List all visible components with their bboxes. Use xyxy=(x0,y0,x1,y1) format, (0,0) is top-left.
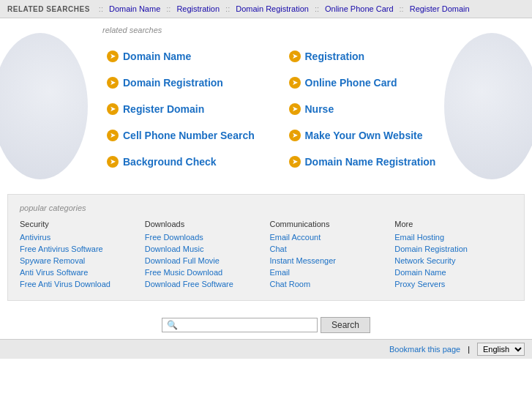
category-link[interactable]: Download Full Movie xyxy=(145,256,263,265)
list-item: ➤ Background Check xyxy=(102,149,285,175)
bookmark-link[interactable]: Bookmark this page xyxy=(389,345,460,354)
search-link-cell-phone[interactable]: Cell Phone Number Search xyxy=(123,130,255,141)
nav-sep-4: :: xyxy=(315,4,319,13)
search-link-nurse[interactable]: Nurse xyxy=(305,103,334,115)
nav-sep-1: :: xyxy=(99,4,103,13)
search-link-background-check[interactable]: Background Check xyxy=(123,156,217,168)
arrow-icon: ➤ xyxy=(107,51,119,62)
nav-sep-2: :: xyxy=(166,4,171,13)
bottom-bar: Bookmark this page | English xyxy=(0,339,532,359)
list-item: ➤ Online Phone Card xyxy=(285,70,467,96)
category-link[interactable]: Download Music xyxy=(145,245,263,253)
category-link[interactable]: Email Hosting xyxy=(394,233,512,242)
category-col-downloads: Downloads Free Downloads Download Music … xyxy=(145,220,263,291)
category-link[interactable]: Chat Room xyxy=(270,280,388,288)
related-searches-label: RELATED SEARCHES xyxy=(7,5,90,13)
category-link[interactable]: Antivirus xyxy=(20,233,138,242)
category-link[interactable]: Domain Registration xyxy=(394,245,512,253)
category-col-more: More Email Hosting Domain Registration N… xyxy=(394,220,512,291)
nav-sep-3: :: xyxy=(225,4,230,13)
category-col-security: Security Antivirus Free Antivirus Softwa… xyxy=(20,220,138,291)
search-link-domain-name[interactable]: Domain Name xyxy=(123,51,191,62)
category-header-security: Security xyxy=(20,220,138,228)
category-header-communications: Communications xyxy=(270,220,388,228)
nav-link-online-phone-card[interactable]: Online Phone Card xyxy=(325,4,394,13)
search-links-grid: ➤ Domain Name ➤ Registration ➤ Domain Re… xyxy=(22,43,510,175)
search-link-online-phone-card[interactable]: Online Phone Card xyxy=(305,77,397,89)
related-searches-section-label: related searches xyxy=(22,26,510,34)
list-item: ➤ Nurse xyxy=(285,96,467,122)
category-link[interactable]: Download Free Software xyxy=(145,280,263,288)
category-link[interactable]: Email xyxy=(270,268,388,277)
categories-grid: Security Antivirus Free Antivirus Softwa… xyxy=(20,220,512,291)
bottom-sep: | xyxy=(468,345,470,354)
list-item: ➤ Register Domain xyxy=(102,96,285,122)
list-item: ➤ Domain Registration xyxy=(102,70,285,96)
search-link-registration[interactable]: Registration xyxy=(305,51,365,62)
search-input[interactable] xyxy=(181,320,312,330)
category-col-communications: Communications Email Account Chat Instan… xyxy=(270,220,388,291)
search-input-wrap: 🔍 xyxy=(162,318,318,332)
category-link[interactable]: Free Music Download xyxy=(145,268,263,277)
list-item: ➤ Domain Name xyxy=(102,43,285,70)
arrow-icon: ➤ xyxy=(289,77,301,89)
list-item: ➤ Make Your Own Website xyxy=(285,122,467,149)
arrow-icon: ➤ xyxy=(289,156,301,168)
arrow-icon: ➤ xyxy=(107,77,119,89)
arrow-icon: ➤ xyxy=(107,156,119,168)
popular-categories-label: popular categories xyxy=(20,204,512,212)
top-nav: RELATED SEARCHES :: Domain Name :: Regis… xyxy=(0,0,532,18)
arrow-icon: ➤ xyxy=(289,130,301,141)
search-button[interactable]: Search xyxy=(321,317,370,333)
search-link-register-domain[interactable]: Register Domain xyxy=(123,103,204,115)
search-link-domain-registration[interactable]: Domain Registration xyxy=(123,77,223,89)
category-link[interactable]: Spyware Removal xyxy=(20,256,138,265)
category-link[interactable]: Instant Messenger xyxy=(270,256,388,265)
language-select[interactable]: English xyxy=(477,343,525,356)
category-link[interactable]: Free Antivirus Software xyxy=(20,245,138,253)
category-link[interactable]: Domain Name xyxy=(394,268,512,277)
search-link-make-website[interactable]: Make Your Own Website xyxy=(305,130,423,141)
search-link-domain-name-registration[interactable]: Domain Name Registration xyxy=(305,156,436,168)
nav-link-registration[interactable]: Registration xyxy=(176,4,220,13)
category-link[interactable]: Anti Virus Software xyxy=(20,268,138,277)
category-link[interactable]: Free Anti Virus Download xyxy=(20,280,138,288)
nav-link-domain-registration[interactable]: Domain Registration xyxy=(236,4,309,13)
category-header-downloads: Downloads xyxy=(145,220,263,228)
category-link[interactable]: Free Downloads xyxy=(145,233,263,242)
category-link[interactable]: Email Account xyxy=(270,233,388,242)
search-bar: 🔍 Search xyxy=(0,308,532,339)
category-header-more: More xyxy=(394,220,512,228)
list-item: ➤ Domain Name Registration xyxy=(285,149,467,175)
search-icon: 🔍 xyxy=(167,320,178,330)
nav-link-domain-name[interactable]: Domain Name xyxy=(109,4,160,13)
category-link[interactable]: Proxy Servers xyxy=(394,280,512,288)
arrow-icon: ➤ xyxy=(107,103,119,115)
list-item: ➤ Registration xyxy=(285,43,467,70)
arrow-icon: ➤ xyxy=(289,51,301,62)
arrow-icon: ➤ xyxy=(289,103,301,115)
popular-categories-section: popular categories Security Antivirus Fr… xyxy=(7,194,525,301)
arrow-icon: ➤ xyxy=(107,130,119,141)
main-content: related searches ➤ Domain Name ➤ Registr… xyxy=(0,18,532,182)
category-link[interactable]: Chat xyxy=(270,245,388,253)
list-item: ➤ Cell Phone Number Search xyxy=(102,122,285,149)
nav-sep-5: :: xyxy=(400,4,404,13)
category-link[interactable]: Network Security xyxy=(394,256,512,265)
nav-link-register-domain[interactable]: Register Domain xyxy=(410,4,470,13)
